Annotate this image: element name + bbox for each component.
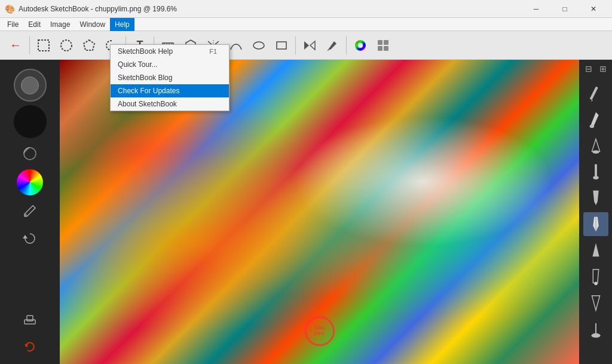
help-menu-item-sketchbook-blog[interactable]: SketchBook Blog bbox=[111, 71, 229, 84]
app-logo: 🎨 bbox=[5, 4, 15, 14]
svg-point-16 bbox=[358, 43, 363, 48]
opacity-tool[interactable] bbox=[18, 142, 42, 166]
svg-marker-32 bbox=[592, 243, 599, 257]
brush-item-5[interactable] bbox=[583, 186, 608, 210]
help-menu-item-quick-tour[interactable]: Quick Tour... bbox=[111, 58, 229, 71]
svg-marker-14 bbox=[310, 41, 315, 50]
brush-item-10[interactable] bbox=[583, 317, 608, 341]
rotate-tool[interactable] bbox=[18, 227, 42, 250]
title-bar-text: Autodesk SketchBook - chuppylim.png @ 19… bbox=[19, 5, 522, 13]
svg-marker-34 bbox=[592, 296, 599, 310]
main-area: CHUPPY bbox=[0, 60, 612, 364]
svg-point-1 bbox=[61, 40, 72, 51]
help-item-label: SketchBook Help bbox=[118, 47, 173, 56]
flip-tool[interactable] bbox=[299, 35, 320, 56]
eyedropper-tool[interactable] bbox=[18, 199, 42, 223]
maximize-button[interactable]: □ bbox=[551, 0, 579, 18]
brush-item-8[interactable] bbox=[583, 265, 608, 289]
select-ellipse-tool[interactable] bbox=[56, 35, 77, 56]
quick-tour-label: Quick Tour... bbox=[118, 60, 157, 69]
brush-item-2[interactable] bbox=[583, 107, 608, 131]
undo-button[interactable] bbox=[18, 334, 42, 358]
panel-grid-icon[interactable]: ⊞ bbox=[597, 63, 609, 75]
svg-point-22 bbox=[25, 214, 27, 216]
menu-item-file[interactable]: File bbox=[2, 18, 23, 31]
brush-item-9[interactable] bbox=[583, 291, 608, 315]
svg-rect-17 bbox=[378, 40, 382, 45]
panel-layers-icon[interactable]: ⊟ bbox=[583, 63, 595, 75]
svg-marker-26 bbox=[25, 344, 28, 348]
menu-item-image[interactable]: Image bbox=[45, 18, 75, 31]
svg-rect-12 bbox=[277, 42, 286, 49]
svg-point-27 bbox=[589, 124, 594, 128]
svg-rect-29 bbox=[595, 164, 597, 177]
rect-shape-tool[interactable] bbox=[271, 35, 292, 56]
brush-item-1[interactable] bbox=[583, 81, 608, 105]
svg-rect-0 bbox=[38, 40, 49, 51]
toolbar-separator-4 bbox=[295, 36, 296, 54]
check-updates-label: Check For Updates bbox=[118, 87, 179, 95]
svg-point-11 bbox=[253, 42, 264, 49]
select-rect-tool[interactable] bbox=[33, 35, 54, 56]
main-toolbar: ← T bbox=[0, 31, 612, 60]
right-brush-panel: ⊟ ⊞ bbox=[579, 60, 612, 364]
ellipse-tool[interactable] bbox=[248, 35, 270, 56]
svg-point-28 bbox=[592, 150, 599, 154]
about-label: About SketchBook bbox=[118, 100, 177, 108]
svg-rect-18 bbox=[384, 40, 388, 45]
close-button[interactable]: ✕ bbox=[580, 0, 607, 18]
back-button[interactable]: ← bbox=[5, 35, 26, 56]
svg-rect-19 bbox=[378, 46, 382, 51]
svg-marker-13 bbox=[304, 41, 309, 50]
toolbar-separator-1 bbox=[29, 36, 30, 54]
brush-pen-tool[interactable] bbox=[322, 35, 343, 56]
help-item-shortcut: F1 bbox=[209, 48, 217, 55]
menu-help-area: Help SketchBook Help F1 Quick Tour... Sk… bbox=[110, 18, 134, 31]
svg-point-30 bbox=[593, 176, 598, 180]
window-controls: ─ □ ✕ bbox=[522, 0, 607, 18]
minimize-button[interactable]: ─ bbox=[522, 0, 550, 18]
brush-item-6[interactable] bbox=[583, 212, 608, 236]
brush-item-3[interactable] bbox=[583, 133, 608, 157]
svg-marker-23 bbox=[23, 235, 27, 238]
brush-item-4[interactable] bbox=[583, 160, 608, 183]
select-polygon-tool[interactable] bbox=[78, 35, 100, 56]
svg-marker-2 bbox=[84, 40, 94, 50]
svg-rect-20 bbox=[384, 46, 388, 51]
menu-item-edit[interactable]: Edit bbox=[23, 18, 45, 31]
title-bar: 🎨 Autodesk SketchBook - chuppylim.png @ … bbox=[0, 0, 612, 18]
help-menu-item-sketchbook-help[interactable]: SketchBook Help F1 bbox=[111, 45, 229, 58]
color-swatch-black[interactable] bbox=[14, 105, 47, 138]
help-menu-item-check-updates[interactable]: Check For Updates bbox=[111, 84, 229, 97]
stamp-tool[interactable] bbox=[18, 307, 42, 331]
help-dropdown-menu: SketchBook Help F1 Quick Tour... SketchB… bbox=[110, 44, 230, 111]
svg-rect-24 bbox=[25, 320, 35, 324]
color-wheel[interactable] bbox=[17, 169, 43, 195]
brush-item-7[interactable] bbox=[583, 238, 608, 262]
menu-item-window[interactable]: Window bbox=[75, 18, 110, 31]
color-picker-tool[interactable] bbox=[350, 35, 371, 56]
left-toolbar bbox=[0, 60, 60, 364]
blog-label: SketchBook Blog bbox=[118, 74, 172, 82]
grid-tool[interactable] bbox=[372, 35, 394, 56]
menu-bar: File Edit Image Window Help SketchBook H… bbox=[0, 18, 612, 31]
svg-point-33 bbox=[594, 282, 598, 285]
help-menu-item-about[interactable]: About SketchBook bbox=[111, 97, 229, 111]
menu-item-help[interactable]: Help bbox=[110, 18, 134, 31]
toolbar-separator-5 bbox=[346, 36, 347, 54]
brush-size-display bbox=[14, 69, 47, 102]
